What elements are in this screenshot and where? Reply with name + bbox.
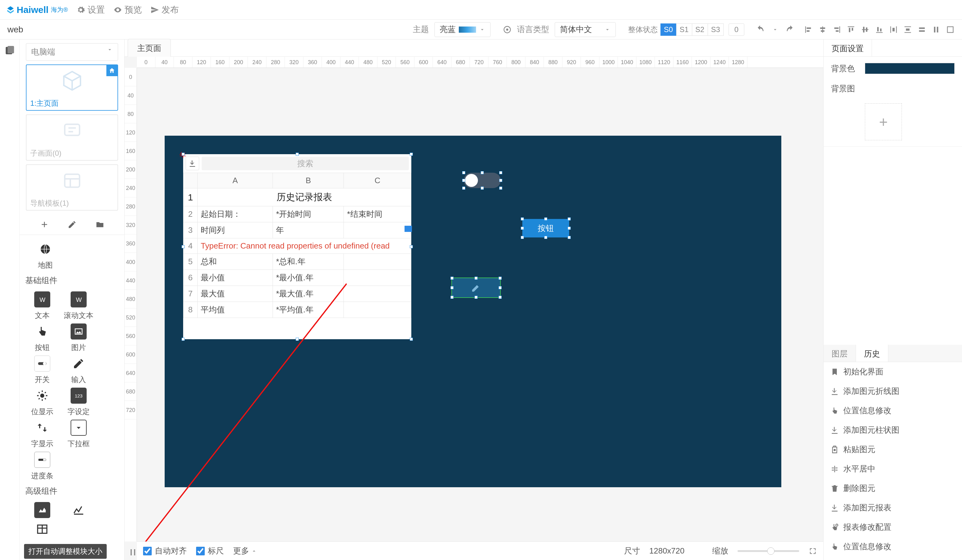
more-menu[interactable]: 更多 xyxy=(233,545,257,556)
comp-adv-1[interactable] xyxy=(25,502,59,518)
comp-map[interactable]: 地图 xyxy=(28,241,62,270)
fullscreen-icon[interactable] xyxy=(809,547,817,555)
toggle-icon xyxy=(38,359,47,368)
align-top-icon[interactable] xyxy=(847,25,855,34)
history-item[interactable]: 粘贴图元 xyxy=(823,440,962,459)
report-table: ABC 1历史记录报表 2起始日期：*开始时间*结束时间 3时间列年 4Type… xyxy=(183,173,411,318)
comp-button[interactable]: 按钮 xyxy=(25,323,59,352)
ruler-check[interactable]: 标尺 xyxy=(196,545,224,556)
tab-layers[interactable]: 图层 xyxy=(823,345,855,362)
canvas-viewport[interactable]: 年 搜索 ABC 1历史记录报表 2起始日期：*开始时间*结束时间 3时间列年 … xyxy=(137,68,823,542)
history-item[interactable]: 报表修改配置 xyxy=(823,518,962,537)
state-count[interactable]: 0 xyxy=(729,23,744,36)
page-thumb-main[interactable]: 1:主页面 xyxy=(26,65,118,111)
widget-button[interactable]: 按钮 xyxy=(522,219,569,237)
svg-point-16 xyxy=(43,362,46,365)
comp-adv-2[interactable] xyxy=(62,502,95,518)
align-right-icon[interactable] xyxy=(833,25,841,34)
distribute-v-icon[interactable] xyxy=(904,25,912,34)
send-icon xyxy=(150,6,159,14)
comp-switch[interactable]: 开关 xyxy=(25,355,59,384)
chevron-down-icon[interactable] xyxy=(772,26,778,33)
download-icon xyxy=(830,426,839,434)
same-width-icon[interactable] xyxy=(918,25,926,34)
history-item[interactable]: 位置信息修改 xyxy=(823,537,962,556)
state-s0[interactable]: S0 xyxy=(660,23,676,36)
tab-page-settings[interactable]: 页面设置 xyxy=(823,39,872,56)
widget-toggle[interactable] xyxy=(464,173,501,188)
settings-button[interactable]: 设置 xyxy=(76,4,105,16)
preview-button[interactable]: 预览 xyxy=(113,4,142,16)
brand-icon xyxy=(6,6,15,14)
page-label: 导航模板(1) xyxy=(26,197,118,210)
pages-strip-icon[interactable] xyxy=(4,45,15,56)
align-left-icon[interactable] xyxy=(804,25,813,34)
comp-text[interactable]: W文本 xyxy=(25,291,59,320)
folder-icon[interactable] xyxy=(95,220,105,229)
add-icon[interactable] xyxy=(40,220,49,229)
report-search[interactable]: 搜索 xyxy=(202,157,409,170)
comp-marquee[interactable]: W滚动文本 xyxy=(62,291,95,320)
brand-logo: Haiwell 海为® xyxy=(6,5,68,15)
history-item[interactable]: 添加图元折线图 xyxy=(823,381,962,401)
same-height-icon[interactable] xyxy=(932,25,940,34)
text-icon: W xyxy=(38,295,47,304)
state-s3[interactable]: S3 xyxy=(708,23,724,36)
comp-input[interactable]: 输入 xyxy=(62,355,95,384)
comp-dropdown[interactable]: 下拉框 xyxy=(62,420,95,449)
bgimg-add[interactable]: + xyxy=(865,103,902,140)
comp-bit-display[interactable]: 位显示 xyxy=(25,387,59,416)
widget-report[interactable]: 年 搜索 ABC 1历史记录报表 2起始日期：*开始时间*结束时间 3时间列年 … xyxy=(183,154,411,339)
comp-adv-3[interactable] xyxy=(25,521,59,537)
zoom-slider[interactable] xyxy=(738,550,799,552)
comp-progress[interactable]: 进度条 xyxy=(25,452,59,481)
comp-word-set[interactable]: 123字设定 xyxy=(62,387,95,416)
same-size-icon[interactable] xyxy=(946,25,955,34)
theme-select[interactable]: 亮蓝 xyxy=(434,22,491,37)
align-bottom-icon[interactable] xyxy=(875,25,884,34)
state-label: 整体状态 xyxy=(628,25,658,34)
page-thumb-nav[interactable]: 导航模板(1) xyxy=(26,165,118,211)
svg-rect-5 xyxy=(65,124,79,136)
history-item[interactable]: 添加图元柱状图 xyxy=(823,420,962,440)
page-actions xyxy=(26,214,118,235)
canvas-footer: 自动对齐 标尺 更多 尺寸 1280x720 缩放 xyxy=(137,542,823,560)
auto-align-check[interactable]: 自动对齐 xyxy=(143,545,187,556)
undo-icon[interactable] xyxy=(755,25,765,34)
chevron-down-icon xyxy=(107,47,113,53)
svg-rect-6 xyxy=(65,174,79,187)
redo-icon[interactable] xyxy=(786,25,795,34)
history-item[interactable]: 删除图元 xyxy=(823,479,962,498)
history-item[interactable]: 初始化界面 xyxy=(823,362,962,381)
align-middle-icon[interactable] xyxy=(861,25,870,34)
stage[interactable]: 年 搜索 ABC 1历史记录报表 2起始日期：*开始时间*结束时间 3时间列年 … xyxy=(165,136,781,487)
auto-resize-toggle[interactable] xyxy=(128,548,137,557)
state-s1[interactable]: S1 xyxy=(676,23,692,36)
history-item[interactable]: 添加图元报表 xyxy=(823,498,962,518)
download-button[interactable] xyxy=(186,157,199,170)
widget-icon-box[interactable] xyxy=(451,278,501,298)
comp-image[interactable]: 图片 xyxy=(62,323,95,352)
history-item[interactable]: 位置信息修改 xyxy=(823,401,962,420)
canvas-tab-main[interactable]: 主页面 xyxy=(128,39,171,57)
pencil-icon xyxy=(471,282,481,293)
publish-button[interactable]: 发布 xyxy=(150,4,179,16)
comp-word-display[interactable]: 字显示 xyxy=(25,420,59,449)
distribute-h-icon[interactable] xyxy=(889,25,898,34)
page-type-select[interactable]: 电脑端 xyxy=(26,43,118,61)
bgcolor-swatch[interactable] xyxy=(865,63,955,74)
history-item[interactable]: 水平居中 xyxy=(823,459,962,479)
section-adv: 高级组件 xyxy=(25,486,119,497)
right-tabs-bottom: 图层 历史 xyxy=(823,345,962,362)
size-value: 1280x720 xyxy=(649,546,684,556)
size-label: 尺寸 xyxy=(624,545,640,556)
history-item[interactable]: 位置信息修改 xyxy=(823,556,962,560)
left-panel: 电脑端 1:主页面 子画面(0) xyxy=(0,39,124,560)
lang-select[interactable]: 简体中文 xyxy=(555,22,616,37)
tab-history[interactable]: 历史 xyxy=(855,345,888,362)
zoom-thumb[interactable] xyxy=(767,547,775,555)
edit-icon[interactable] xyxy=(68,220,77,229)
page-thumb-sub[interactable]: 子画面(0) xyxy=(26,115,118,161)
align-center-h-icon[interactable] xyxy=(818,25,827,34)
state-s2[interactable]: S2 xyxy=(692,23,708,36)
